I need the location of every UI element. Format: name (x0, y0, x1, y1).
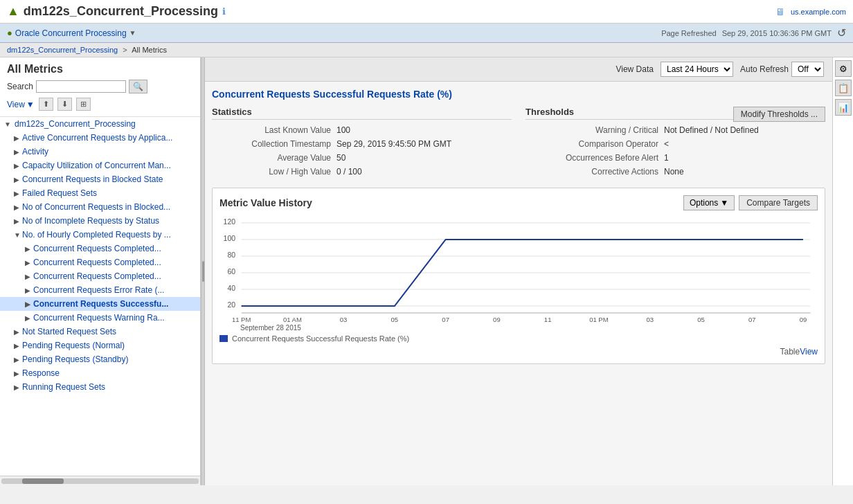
sidebar-header: All Metrics Search 🔍 View ▼ ⬆ ⬇ ⊞ (0, 57, 200, 117)
list-item[interactable]: ▶No of Concurrent Requests in Blocked... (0, 200, 200, 214)
list-item[interactable]: ▶Concurrent Requests Completed... (0, 269, 200, 283)
list-item[interactable]: ▶Concurrent Requests Completed... (0, 242, 200, 255)
refresh-button[interactable]: ↺ (837, 26, 846, 39)
list-item[interactable]: ▶Response (0, 366, 200, 380)
options-button[interactable]: Options ▼ (683, 195, 735, 210)
chart-area: 120 100 80 60 40 20 (219, 216, 818, 327)
list-item[interactable]: ▶Capacity Utilization of Concurrent Man.… (0, 159, 200, 172)
sub-header: ● Oracle Concurrent Processing ▼ Page Re… (0, 24, 853, 43)
target-icon: ▲ (7, 4, 19, 19)
warning-critical-label: Warning / Critical (526, 125, 664, 135)
toolbar-grid-button[interactable]: ⊞ (76, 98, 91, 111)
options-label: Options (690, 198, 718, 208)
svg-text:01 PM: 01 PM (589, 316, 608, 323)
chart-section: Metric Value History Options ▼ Compare T… (212, 188, 825, 364)
oracle-concurrent-processing-nav[interactable]: Oracle Concurrent Processing (15, 28, 127, 38)
view-dropdown-icon: ▼ (26, 100, 35, 109)
list-item[interactable]: ▶Not Started Request Sets (0, 325, 200, 339)
list-item[interactable]: ▶Concurrent Requests Warning Ra... (0, 311, 200, 325)
selected-metric-item[interactable]: ▶Concurrent Requests Successfu... (0, 297, 200, 311)
svg-text:03: 03 (340, 316, 348, 323)
search-input[interactable] (36, 80, 126, 93)
content-toolbar-right: View Data Last 24 Hours Last 7 Days Last… (616, 62, 824, 77)
view-data-select[interactable]: Last 24 Hours Last 7 Days Last 31 Days (661, 62, 733, 77)
auto-refresh-group: Auto Refresh Off On (740, 62, 824, 77)
thresh-row-corrective: Corrective Actions None (526, 167, 825, 177)
sidebar: All Metrics Search 🔍 View ▼ ⬆ ⬇ ⊞ ▼ dm12… (0, 57, 201, 485)
thresh-row-warning: Warning / Critical Not Defined / Not Def… (526, 125, 825, 135)
search-button[interactable]: 🔍 (129, 80, 147, 93)
svg-text:07: 07 (748, 316, 756, 323)
search-label: Search (7, 82, 33, 91)
splitter-grip (202, 261, 204, 282)
breadcrumb: dm122s_Concurrent_Processing > All Metri… (0, 43, 853, 57)
content-area: View Data Last 24 Hours Last 7 Days Last… (205, 57, 832, 485)
modify-thresholds-button[interactable]: Modify Thresholds ... (733, 107, 825, 122)
list-item[interactable]: ▶Concurrent Requests Error Rate (... (0, 283, 200, 297)
comparison-operator-label: Comparison Operator (526, 139, 664, 149)
svg-text:09: 09 (800, 316, 807, 323)
list-item[interactable]: ▶Pending Requests (Standby) (0, 352, 200, 366)
list-item[interactable]: ▶No of Incomplete Requests by Status (0, 214, 200, 228)
list-item[interactable]: ▶Pending Requests (Normal) (0, 339, 200, 352)
chevron-down-icon[interactable]: ▼ (129, 29, 136, 37)
top-header: ▲ dm122s_Concurrent_Processing ℹ 🖥 us.ex… (0, 0, 853, 24)
average-value-label: Average Value (212, 153, 336, 163)
hostname-link[interactable]: us.example.com (791, 8, 846, 16)
stat-row-lowhigh: Low / High Value 0 / 100 (212, 167, 512, 177)
list-item[interactable]: ▶Concurrent Requests in Blocked State (0, 172, 200, 186)
horizontal-scrollbar[interactable] (0, 476, 200, 485)
svg-text:40: 40 (227, 285, 235, 292)
top-header-left: ▲ dm122s_Concurrent_Processing ℹ (7, 4, 226, 19)
list-item[interactable]: ▼No. of Hourly Completed Requests by ... (0, 228, 200, 242)
stat-row-last-known: Last Known Value 100 (212, 125, 512, 135)
chart-controls: Options ▼ Compare Targets (683, 195, 818, 210)
auto-refresh-label: Auto Refresh (740, 64, 789, 74)
view-button[interactable]: View ▼ (7, 100, 35, 109)
oracle-target-icon: ● (7, 28, 12, 38)
toolbar-outdent-button[interactable]: ⬇ (57, 98, 72, 111)
svg-text:120: 120 (224, 218, 236, 226)
expand-icon: ▼ (4, 120, 12, 128)
table-view-link[interactable]: View (800, 347, 818, 357)
page-refreshed-label: Page Refreshed (661, 29, 717, 37)
computer-icon: 🖥 (775, 6, 785, 17)
toolbar-indent-button[interactable]: ⬆ (39, 98, 53, 111)
list-item[interactable]: ▶Concurrent Requests Completed... (0, 255, 200, 269)
page-title: dm122s_Concurrent_Processing (24, 4, 218, 19)
metric-title: Concurrent Requests Successful Requests … (212, 89, 825, 100)
occurrences-label: Occurrences Before Alert (526, 153, 664, 163)
list-item[interactable]: ▶Activity (0, 145, 200, 159)
compare-targets-button[interactable]: Compare Targets (739, 195, 818, 210)
tree-root-link[interactable]: dm122s_Concurrent_Processing (15, 119, 136, 129)
clipboard-icon-button[interactable]: 📋 (835, 80, 852, 96)
scrollbar-thumb[interactable] (22, 478, 64, 484)
view-data-label: View Data (616, 64, 653, 74)
chart-icon-button[interactable]: 📊 (835, 99, 852, 116)
warning-critical-value: Not Defined / Not Defined (664, 125, 759, 135)
thresholds-section: Thresholds Modify Thresholds ... Warning… (526, 107, 825, 181)
settings-icon-button[interactable]: ⚙ (835, 60, 852, 77)
tree-container: ▼ dm122s_Concurrent_Processing ▶Active C… (0, 117, 200, 476)
toolbar-row: View ▼ ⬆ ⬇ ⊞ (7, 98, 193, 114)
info-icon[interactable]: ℹ (222, 6, 226, 17)
average-value: 50 (336, 153, 345, 163)
sub-header-right: Page Refreshed Sep 29, 2015 10:36:36 PM … (661, 26, 846, 39)
tree-root-item[interactable]: ▼ dm122s_Concurrent_Processing (0, 117, 200, 131)
list-item[interactable]: ▶Running Request Sets (0, 380, 200, 394)
svg-text:80: 80 (227, 251, 235, 259)
list-item[interactable]: ▶Failed Request Sets (0, 186, 200, 200)
auto-refresh-select[interactable]: Off On (791, 62, 824, 77)
svg-text:20: 20 (227, 301, 235, 309)
breadcrumb-link[interactable]: dm122s_Concurrent_Processing (7, 46, 118, 54)
thresholds-header: Thresholds (526, 107, 733, 120)
list-item[interactable]: ▶Active Concurrent Requests by Applica..… (0, 131, 200, 145)
breadcrumb-current: All Metrics (132, 46, 167, 54)
collection-timestamp-value: Sep 29, 2015 9:45:50 PM GMT (336, 139, 451, 149)
table-view-text: Table (780, 347, 800, 357)
stat-row-collection: Collection Timestamp Sep 29, 2015 9:45:5… (212, 139, 512, 149)
collection-timestamp-label: Collection Timestamp (212, 139, 336, 149)
scrollbar-track[interactable] (1, 478, 199, 484)
content-toolbar: View Data Last 24 Hours Last 7 Days Last… (205, 57, 832, 82)
legend-color-block (219, 335, 228, 342)
